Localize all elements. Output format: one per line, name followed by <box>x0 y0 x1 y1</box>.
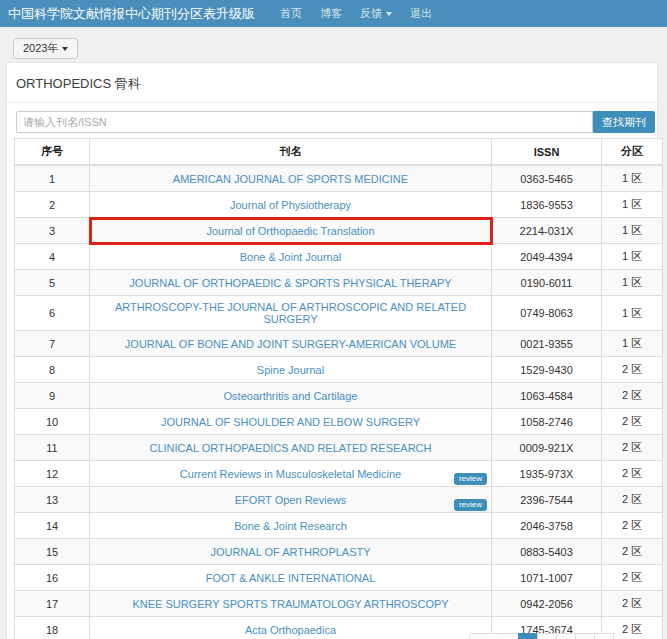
table-row: 11 CLINICAL ORTHOPAEDICS AND RELATED RES… <box>15 435 663 461</box>
partition-value: 1 区 <box>602 165 663 192</box>
row-number: 5 <box>15 270 90 296</box>
journal-link[interactable]: Acta Orthopaedica <box>245 624 336 636</box>
partition-value: 2 区 <box>602 461 663 487</box>
partition-value: 1 区 <box>602 244 663 270</box>
table-row: 2 Journal of Physiotherapy 1836-9553 1 区 <box>15 192 663 218</box>
search-journal-button[interactable]: 查找期刊 <box>593 111 655 133</box>
nav-item-logout[interactable]: 退出 <box>410 6 432 21</box>
table-row: 12 Current Reviews in Musculoskeletal Me… <box>15 461 663 487</box>
year-selector-label: 2023年 <box>23 41 58 56</box>
nav-item-blog[interactable]: 博客 <box>320 6 342 21</box>
journal-cell: Journal of Physiotherapy <box>90 192 492 218</box>
pagination-button[interactable] <box>556 633 576 639</box>
journal-cell: Spine Journal <box>90 357 492 383</box>
partition-value: 1 区 <box>602 192 663 218</box>
journal-link[interactable]: JOURNAL OF SHOULDER AND ELBOW SURGERY <box>161 416 420 428</box>
search-bar: 查找期刊 <box>7 103 657 138</box>
table-row: 8 Spine Journal 1529-9430 2 区 <box>15 357 663 383</box>
issn-value: 1063-4584 <box>492 383 602 409</box>
journal-cell: Current Reviews in Musculoskeletal Medic… <box>90 461 492 487</box>
issn-value: 2214-031X <box>492 218 602 244</box>
journal-link[interactable]: FOOT & ANKLE INTERNATIONAL <box>206 572 376 584</box>
nav-item-home[interactable]: 首页 <box>280 6 302 21</box>
pagination-button[interactable] <box>537 633 557 639</box>
journal-link[interactable]: ARTHROSCOPY-THE JOURNAL OF ARTHROSCOPIC … <box>115 301 466 325</box>
journal-cell: FOOT & ANKLE INTERNATIONAL <box>90 565 492 591</box>
issn-value: 0363-5465 <box>492 165 602 192</box>
row-number: 18 <box>15 617 90 639</box>
row-number: 17 <box>15 591 90 617</box>
table-row: 14 Bone & Joint Research 2046-3758 2 区 <box>15 513 663 539</box>
journal-link[interactable]: KNEE SURGERY SPORTS TRAUMATOLOGY ARTHROS… <box>132 598 448 610</box>
table-row: 1 AMERICAN JOURNAL OF SPORTS MEDICINE 03… <box>15 165 663 192</box>
row-number: 16 <box>15 565 90 591</box>
table-row: 4 Bone & Joint Journal 2049-4394 1 区 <box>15 244 663 270</box>
table-row: 3 Journal of Orthopaedic Translation 221… <box>15 218 663 244</box>
partition-value: 1 区 <box>602 270 663 296</box>
row-number: 7 <box>15 331 90 357</box>
journal-link[interactable]: EFORT Open Reviews <box>235 494 346 506</box>
issn-value: 1836-9553 <box>492 192 602 218</box>
pagination-button[interactable] <box>469 633 519 639</box>
caret-down-icon <box>62 47 68 51</box>
table-row: 15 JOURNAL OF ARTHROPLASTY 0883-5403 2 区 <box>15 539 663 565</box>
issn-value: 1058-2746 <box>492 409 602 435</box>
journal-link[interactable]: Current Reviews in Musculoskeletal Medic… <box>180 468 401 480</box>
search-input[interactable] <box>16 111 593 133</box>
table-row: 13 EFORT Open Reviews review 2396-7544 2… <box>15 487 663 513</box>
journal-link[interactable]: Journal of Orthopaedic Translation <box>206 225 374 237</box>
journal-cell: Acta Orthopaedica <box>90 617 492 639</box>
journal-link[interactable]: Osteoarthritis and Cartilage <box>224 390 358 402</box>
row-number: 1 <box>15 165 90 192</box>
header-partition: 分区 <box>602 139 663 166</box>
journal-link[interactable]: Journal of Physiotherapy <box>230 199 351 211</box>
journal-link[interactable]: CLINICAL ORTHOPAEDICS AND RELATED RESEAR… <box>150 442 432 454</box>
row-number: 9 <box>15 383 90 409</box>
partition-value: 2 区 <box>602 591 663 617</box>
partition-value: 2 区 <box>602 487 663 513</box>
pagination-button[interactable] <box>575 633 595 639</box>
partition-value: 1 区 <box>602 331 663 357</box>
partition-value: 2 区 <box>602 435 663 461</box>
issn-value: 0009-921X <box>492 435 602 461</box>
journal-link[interactable]: Spine Journal <box>257 364 324 376</box>
pagination-page-active[interactable] <box>518 633 538 639</box>
nav-item-feedback[interactable]: 反馈 <box>360 6 392 21</box>
partition-value: 2 区 <box>602 357 663 383</box>
row-number: 3 <box>15 218 90 244</box>
row-number: 2 <box>15 192 90 218</box>
journal-link[interactable]: Bone & Joint Research <box>234 520 347 532</box>
table-header-row: 序号 刊名 ISSN 分区 <box>15 139 663 166</box>
partition-value: 1 区 <box>602 296 663 331</box>
pagination-button[interactable] <box>594 633 614 639</box>
partition-value: 2 区 <box>602 565 663 591</box>
partition-value: 2 区 <box>602 409 663 435</box>
table-row: 5 JOURNAL OF ORTHOPAEDIC & SPORTS PHYSIC… <box>15 270 663 296</box>
nav-item-blog-label: 博客 <box>320 6 342 21</box>
journal-link[interactable]: AMERICAN JOURNAL OF SPORTS MEDICINE <box>173 173 408 185</box>
year-selector-button[interactable]: 2023年 <box>13 38 78 59</box>
journal-table: 序号 刊名 ISSN 分区 1 AMERICAN JOURNAL OF SPOR… <box>14 138 663 639</box>
row-number: 14 <box>15 513 90 539</box>
row-number: 8 <box>15 357 90 383</box>
journal-link[interactable]: Bone & Joint Journal <box>240 251 342 263</box>
issn-value: 2046-3758 <box>492 513 602 539</box>
journal-cell: EFORT Open Reviews review <box>90 487 492 513</box>
journal-list-card: ORTHOPEDICS 骨科 查找期刊 序号 刊名 ISSN 分区 1 AMER… <box>6 62 658 639</box>
journal-link[interactable]: JOURNAL OF ARTHROPLASTY <box>210 546 370 558</box>
issn-value: 0021-9355 <box>492 331 602 357</box>
row-number: 6 <box>15 296 90 331</box>
issn-value: 1529-9430 <box>492 357 602 383</box>
top-navbar: 中国科学院文献情报中心期刊分区表升级版 首页 博客 反馈 退出 <box>0 0 667 27</box>
journal-link[interactable]: JOURNAL OF ORTHOPAEDIC & SPORTS PHYSICAL… <box>129 277 451 289</box>
table-row: 17 KNEE SURGERY SPORTS TRAUMATOLOGY ARTH… <box>15 591 663 617</box>
row-number: 4 <box>15 244 90 270</box>
table-row: 7 JOURNAL OF BONE AND JOINT SURGERY-AMER… <box>15 331 663 357</box>
partition-value: 2 区 <box>602 383 663 409</box>
pagination <box>469 633 614 639</box>
journal-cell: Journal of Orthopaedic Translation <box>90 218 492 244</box>
journal-cell: Bone & Joint Journal <box>90 244 492 270</box>
journal-link[interactable]: JOURNAL OF BONE AND JOINT SURGERY-AMERIC… <box>125 338 456 350</box>
issn-value: 0749-8063 <box>492 296 602 331</box>
issn-value: 1071-1007 <box>492 565 602 591</box>
